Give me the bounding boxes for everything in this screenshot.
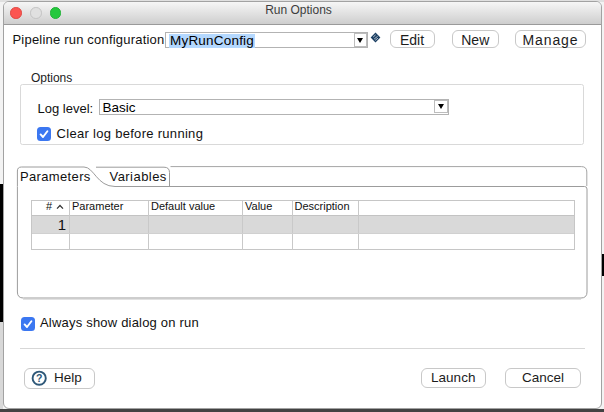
svg-text:?: ? [36, 372, 42, 384]
